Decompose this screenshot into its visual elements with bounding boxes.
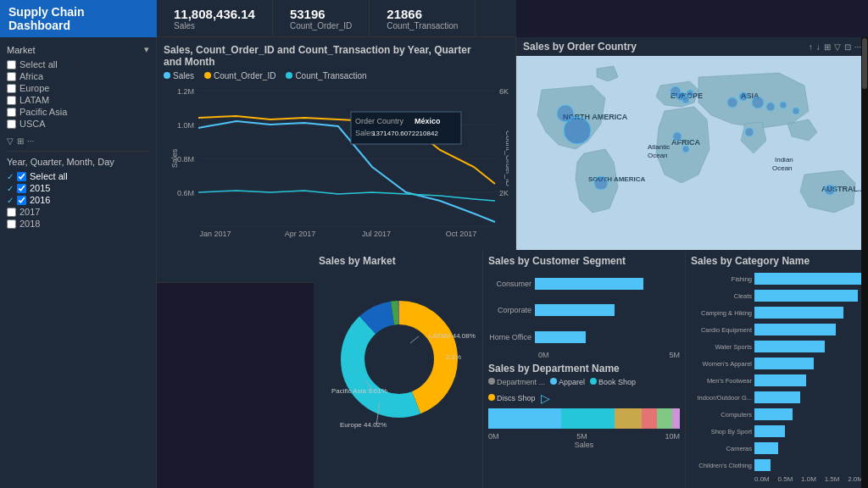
svg-point-43 (727, 97, 737, 108)
kpi-transaction: 21866 Count_Transaction (370, 0, 476, 36)
market-select-all[interactable]: Select all (7, 58, 149, 70)
svg-text:1371470.6072210842: 1371470.6072210842 (372, 130, 438, 137)
svg-text:Order Country: Order Country (355, 117, 404, 125)
svg-text:Jan 2017: Jan 2017 (199, 230, 231, 238)
kpi-transaction-value: 21866 (387, 7, 458, 21)
cat-mens: Men's Footwear (691, 377, 752, 385)
dept-legend-bookshop: Book Shop (590, 378, 636, 386)
date-2017[interactable]: 2017 (7, 206, 149, 218)
dept-title: Sales by Department Name (488, 363, 680, 374)
filter-icon[interactable]: ▽ (834, 42, 841, 52)
cat-sport: Shop By Sport (691, 428, 752, 435)
kpi-sales: 11,808,436.14 Sales (157, 0, 273, 36)
line-chart-panel: Sales, Count_Order_ID and Count_Transact… (157, 37, 516, 283)
svg-point-44 (739, 92, 748, 101)
date-2015[interactable]: ✓ 2015 (7, 182, 149, 194)
segment-home-office: Home Office (488, 333, 531, 341)
dept-expand-icon[interactable]: ▷ (541, 391, 550, 405)
cat-cleats: Cleats (691, 292, 752, 300)
svg-line-60 (410, 336, 419, 343)
line-chart-legend: Sales Count_Order_ID Count_Transaction (164, 71, 509, 80)
main-content: Sales, Count_Order_ID and Count_Transact… (157, 37, 868, 488)
kpi-order-value: 53196 (290, 7, 352, 21)
svg-text:0.6M: 0.6M (177, 189, 194, 197)
scroll-thumb[interactable] (862, 38, 867, 89)
svg-text:Ocean: Ocean (648, 152, 668, 159)
svg-text:1.2M: 1.2M (177, 87, 194, 96)
svg-text:LATAM 44.08%: LATAM 44.08% (429, 332, 476, 340)
kpi-sales-label: Sales (174, 21, 255, 30)
kpi-sales-value: 11,808,436.14 (174, 7, 255, 21)
svg-text:Apr 2017: Apr 2017 (285, 230, 316, 238)
filter-icon[interactable]: ▽ (7, 136, 14, 146)
svg-text:Sales: Sales (170, 148, 179, 168)
pie-chart-panel: Sales by Market (314, 250, 483, 488)
svg-text:Indian: Indian (775, 156, 793, 164)
svg-point-35 (557, 105, 574, 122)
market-latam[interactable]: LATAM (7, 94, 149, 106)
svg-point-48 (793, 108, 799, 114)
legend-sales: Sales (164, 71, 194, 80)
line-chart-title: Sales, Count_Order_ID and Count_Transact… (164, 44, 509, 68)
kpi-bar: 11,808,436.14 Sales 53196 Count_Order_ID… (157, 0, 516, 37)
world-map-svg: NORTH AMERICA SOUTH AMERICA Atlantic Oce… (516, 56, 868, 259)
svg-point-45 (752, 97, 764, 108)
dept-x-axis: Sales (488, 441, 680, 449)
cat-cardio: Cardio Equipment (691, 326, 752, 334)
kpi-transaction-label: Count_Transaction (387, 21, 458, 30)
segment-corporate: Corporate (488, 306, 531, 314)
cat-fishing: Fishing (691, 275, 752, 283)
market-filter: Market ▾ Select all Africa Europe LATAM … (7, 44, 149, 130)
svg-point-47 (780, 102, 787, 108)
date-filter-title: Year, Quarter, Month, Day (7, 157, 149, 167)
svg-text:Jul 2017: Jul 2017 (362, 230, 391, 238)
svg-point-40 (687, 90, 693, 97)
more-icon[interactable]: ··· (854, 42, 861, 52)
grid-icon[interactable]: ⊞ (824, 42, 831, 52)
market-filter-title: Market ▾ (7, 44, 149, 55)
segment-chart-panel: Sales by Customer Segment Consumer Corpo… (483, 250, 686, 488)
scrollbar[interactable] (861, 37, 868, 488)
legend-transaction: Count_Transaction (286, 71, 366, 80)
bottom-row: Sales by Market (314, 250, 868, 488)
sort-desc-icon[interactable]: ↓ (816, 42, 821, 52)
filter-toolbar: ▽ ⊞ ··· (7, 136, 149, 146)
pie-chart-title: Sales by Market (319, 255, 477, 267)
date-2016[interactable]: ✓ 2016 (7, 194, 149, 206)
app-header: Supply Chain Dashboard (0, 0, 157, 37)
segment-consumer: Consumer (488, 280, 531, 288)
category-title: Sales by Category Name (691, 255, 863, 267)
more-icon[interactable]: ··· (27, 136, 34, 146)
svg-point-36 (594, 176, 608, 190)
svg-point-50 (825, 185, 835, 195)
segment-title: Sales by Customer Segment (488, 255, 680, 267)
svg-point-42 (682, 146, 689, 152)
cat-camping: Camping & Hiking (691, 309, 752, 317)
dept-legend-apparel: Apparel (550, 378, 585, 386)
svg-point-46 (766, 103, 775, 111)
date-2018[interactable]: 2018 (7, 218, 149, 230)
map-title-bar: Sales by Order Country ↑ ↓ ⊞ ▽ ⊡ ··· (516, 37, 868, 56)
svg-text:Atlantic: Atlantic (648, 143, 670, 151)
svg-point-39 (682, 97, 689, 103)
map-toolbar: ↑ ↓ ⊞ ▽ ⊡ ··· (809, 42, 861, 52)
kpi-order-label: Count_Order_ID (290, 21, 352, 30)
svg-text:Europe 44.02%: Europe 44.02% (340, 421, 387, 429)
date-select-all[interactable]: ✓ Select all (7, 170, 149, 182)
sort-asc-icon[interactable]: ↑ (809, 42, 813, 52)
svg-text:Count_Order_ID: Count_Order_ID (504, 130, 509, 187)
svg-text:6K: 6K (499, 87, 509, 96)
svg-text:México: México (415, 117, 441, 125)
line-chart-svg: 1.2M 1.0M 0.8M 0.6M 6K 2K Jan 2017 Apr 2… (164, 82, 509, 239)
market-usca[interactable]: USCA (7, 118, 149, 130)
svg-text:0.8M: 0.8M (177, 155, 194, 164)
svg-text:Pacific Asia 9.61%: Pacific Asia 9.61% (331, 387, 387, 395)
pie-chart-svg: LATAM 44.08% Pacific Asia 9.61% 2.1% Eur… (319, 270, 488, 435)
expand-icon[interactable]: ⊡ (844, 42, 851, 52)
market-europe[interactable]: Europe (7, 82, 149, 94)
cat-indoor: Indoor/Outdoor G... (691, 394, 752, 402)
market-pacific-asia[interactable]: Pacific Asia (7, 106, 149, 118)
market-africa[interactable]: Africa (7, 70, 149, 82)
expand-icon[interactable]: ⊞ (17, 136, 24, 146)
cat-computers: Computers (691, 411, 752, 419)
